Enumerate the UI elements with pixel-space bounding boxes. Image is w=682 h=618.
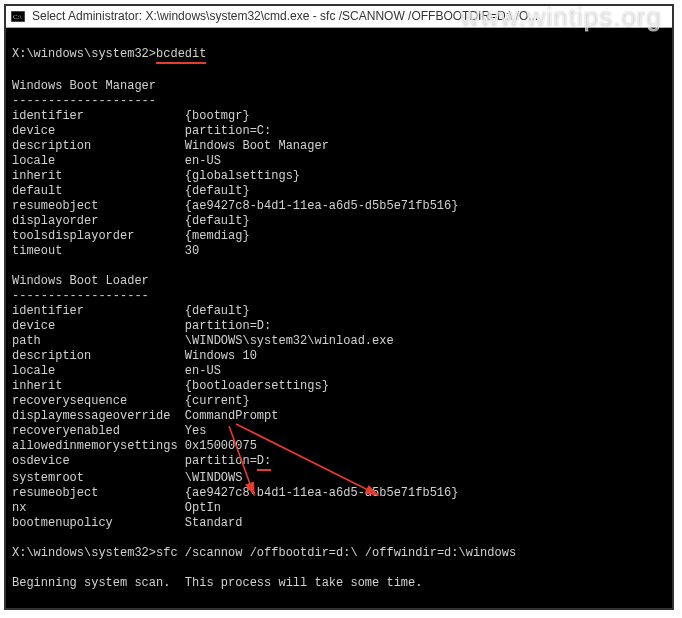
row: recoveryenabled Yes	[12, 424, 206, 438]
svg-text:C:\: C:\	[13, 13, 22, 21]
row: recoverysequence {current}	[12, 394, 250, 408]
console-output[interactable]: X:\windows\system32>bcdedit Windows Boot…	[6, 28, 672, 608]
row: path \WINDOWS\system32\winload.exe	[12, 334, 394, 348]
row: default {default}	[12, 184, 250, 198]
row: inherit {globalsettings}	[12, 169, 300, 183]
row: resumeobject {ae9427c8-b4d1-11ea-a6d5-d5…	[12, 199, 458, 213]
row: displayorder {default}	[12, 214, 250, 228]
prompt-path: X:\windows\system32>	[12, 47, 156, 61]
bcdedit-cmd: bcdedit	[156, 47, 206, 64]
scan-message: Beginning system scan. This process will…	[12, 576, 422, 590]
row: device partition=D:	[12, 319, 271, 333]
titlebar[interactable]: C:\ Select Administrator: X:\windows\sys…	[6, 6, 672, 28]
wbl-sep: -------------------	[12, 289, 149, 303]
row: displaymessageoverride CommandPrompt	[12, 409, 278, 423]
row: device partition=C:	[12, 124, 271, 138]
row: toolsdisplayorder {memdiag}	[12, 229, 250, 243]
row: allowedinmemorysettings 0x15000075	[12, 439, 257, 453]
wbl-header: Windows Boot Loader	[12, 274, 149, 288]
wbm-header: Windows Boot Manager	[12, 79, 156, 93]
wbm-sep: --------------------	[12, 94, 156, 108]
osdevice-drive: D:	[257, 454, 271, 471]
row: nx OptIn	[12, 501, 221, 515]
cmd-window: C:\ Select Administrator: X:\windows\sys…	[4, 4, 674, 610]
row: description Windows Boot Manager	[12, 139, 329, 153]
row: systemroot \WINDOWS	[12, 471, 242, 485]
row: osdevice partition=D:	[12, 454, 271, 468]
row: bootmenupolicy Standard	[12, 516, 242, 530]
row: description Windows 10	[12, 349, 257, 363]
row: identifier {bootmgr}	[12, 109, 250, 123]
prompt-path: X:\windows\system32>	[12, 546, 156, 560]
cmd-icon: C:\	[10, 9, 26, 25]
row: identifier {default}	[12, 304, 250, 318]
row: locale en-US	[12, 364, 221, 378]
sfc-cmd: sfc /scannow /offbootdir=d:\ /offwindir=…	[156, 546, 516, 560]
row: timeout 30	[12, 244, 199, 258]
window-title: Select Administrator: X:\windows\system3…	[32, 9, 538, 24]
row: inherit {bootloadersettings}	[12, 379, 329, 393]
row: locale en-US	[12, 154, 221, 168]
row: resumeobject {ae9427c8-b4d1-11ea-a6d5-d5…	[12, 486, 458, 500]
